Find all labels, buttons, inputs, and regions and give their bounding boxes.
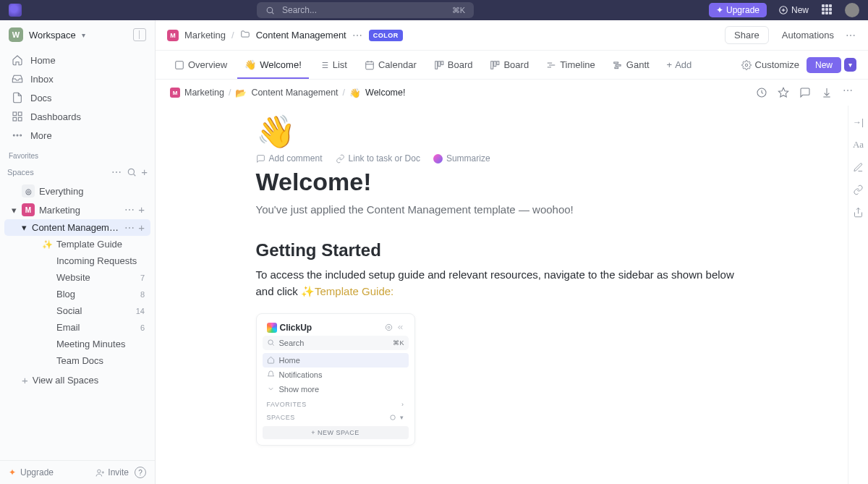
folder-emoji-icon: 📂	[235, 88, 247, 98]
edit-icon[interactable]	[853, 162, 864, 173]
tab-overview[interactable]: Overview	[167, 51, 234, 79]
tree-item[interactable]: •Social14	[4, 302, 150, 319]
link-icon[interactable]	[853, 184, 864, 195]
doc-crumb-folder[interactable]: Content Management	[251, 88, 338, 98]
tree-item[interactable]: •Email6	[4, 319, 150, 336]
download-icon[interactable]	[821, 87, 833, 98]
chevron-down-icon[interactable]: ▾	[10, 205, 17, 216]
cm-more-icon[interactable]: ⋯	[124, 224, 135, 232]
svg-point-10	[17, 135, 18, 136]
list-item-label: Template Guide	[56, 239, 145, 250]
typography-icon[interactable]: Aa	[853, 139, 864, 150]
add-view-button[interactable]: +Add	[660, 59, 699, 70]
embed-search: Search⌘K	[263, 336, 409, 350]
customize-button[interactable]: Customize	[741, 59, 799, 70]
marketing-more-icon[interactable]: ⋯	[124, 206, 135, 213]
nav-more[interactable]: More	[4, 126, 150, 145]
chevron-down-icon[interactable]: ▾	[20, 222, 27, 233]
tree-item[interactable]: •Meeting Minutes	[4, 336, 150, 352]
embed-home: Home	[263, 353, 409, 368]
upgrade-button[interactable]: ✦ Upgrade	[709, 3, 767, 17]
home-icon	[267, 356, 275, 364]
new-dropdown[interactable]: ▾	[844, 58, 856, 72]
doc-title[interactable]: Welcome!	[256, 168, 748, 196]
crumb-more-icon[interactable]: ⋯	[352, 32, 363, 39]
doc-emoji[interactable]: 👋	[256, 113, 748, 150]
invite-button[interactable]: Invite	[95, 467, 129, 477]
spaces-add-icon[interactable]: +	[141, 169, 148, 176]
doc-heading-getting-started[interactable]: Getting Started	[256, 240, 748, 260]
automations-button[interactable]: Automations	[782, 30, 834, 41]
tab-gantt[interactable]: Gantt	[605, 51, 657, 79]
tree-item[interactable]: •Blog8	[4, 286, 150, 302]
collapse-rail-icon[interactable]: →|	[853, 117, 864, 127]
new-button-top[interactable]: New	[778, 5, 809, 15]
tree-everything[interactable]: ◎ Everything	[4, 182, 150, 200]
new-button[interactable]: New	[807, 57, 841, 73]
tree-item[interactable]: •Team Docs	[4, 352, 150, 369]
new-label-top: New	[791, 5, 809, 15]
crumb-marketing[interactable]: Marketing	[184, 30, 226, 41]
summarize-action[interactable]: Summarize	[433, 153, 490, 164]
header-more-icon[interactable]: ⋯	[846, 32, 856, 39]
comment-icon[interactable]	[799, 87, 811, 98]
doc-crumb-marketing[interactable]: Marketing	[184, 88, 224, 98]
document-body: Add page 👋 Add comment Link to task or D…	[242, 106, 762, 475]
cm-add-icon[interactable]: +	[138, 224, 145, 232]
marketing-add-icon[interactable]: +	[138, 206, 145, 213]
global-search[interactable]: Search... ⌘K	[257, 2, 474, 18]
spaces-more-icon[interactable]: ⋯	[111, 169, 122, 176]
tree-item[interactable]: •Incoming Requests	[4, 252, 150, 269]
calendar-icon	[365, 60, 375, 70]
tab-timeline[interactable]: Timeline	[539, 51, 603, 79]
list-item-label: Incoming Requests	[56, 255, 145, 266]
workspace-switcher[interactable]: W Workspace ▾	[0, 20, 155, 49]
link-task-action[interactable]: Link to task or Doc	[336, 153, 420, 164]
nav-docs[interactable]: Docs	[4, 88, 150, 107]
avatar[interactable]	[845, 3, 859, 17]
dashboards-icon	[12, 111, 23, 122]
tab-board1[interactable]: Board	[427, 51, 480, 79]
color-badge[interactable]: COLOR	[369, 30, 403, 41]
timeline-icon	[546, 60, 556, 70]
share-button[interactable]: Share	[725, 26, 769, 44]
everything-icon: ◎	[22, 184, 35, 198]
crumb-folder[interactable]: Content Management	[256, 30, 346, 41]
spaces-search-icon[interactable]	[127, 167, 137, 177]
history-icon[interactable]	[756, 87, 767, 98]
tab-list-label: List	[333, 59, 347, 70]
workspace-name: Workspace	[29, 30, 76, 41]
list-icon	[319, 60, 329, 70]
doc-crumb-page[interactable]: Welcome!	[365, 88, 405, 98]
help-icon[interactable]: ?	[135, 467, 146, 478]
svg-point-14	[98, 470, 101, 472]
nav-home[interactable]: Home	[4, 51, 150, 69]
doc-subtitle[interactable]: You've just applied the Content Manageme…	[256, 203, 748, 216]
nav-dashboards[interactable]: Dashboards	[4, 107, 150, 126]
doc-paragraph[interactable]: To access the included setup guide and r…	[256, 266, 748, 300]
view-all-spaces[interactable]: + View all Spaces	[4, 372, 150, 389]
star-icon[interactable]	[778, 87, 789, 98]
template-guide-link[interactable]: Template Guide:	[315, 285, 393, 297]
share-icon[interactable]	[853, 207, 864, 218]
apps-grid-icon[interactable]	[822, 4, 833, 16]
tab-board2[interactable]: Board	[482, 51, 536, 79]
tree-marketing[interactable]: ▾ M Marketing ⋯+	[4, 200, 150, 219]
tab-welcome[interactable]: 👋Welcome!	[237, 51, 309, 79]
tab-list[interactable]: List	[312, 51, 354, 79]
tab-calendar[interactable]: Calendar	[357, 51, 424, 79]
tree-content-management[interactable]: ▾ Content Management ⋯+	[4, 219, 150, 236]
panel-toggle-icon[interactable]	[133, 28, 146, 41]
add-comment-action[interactable]: Add comment	[256, 153, 323, 164]
doc-breadcrumb: M Marketing / 📂 Content Management / 👋 W…	[156, 80, 868, 106]
footer-upgrade[interactable]: Upgrade	[20, 467, 54, 477]
nav-inbox[interactable]: Inbox	[4, 69, 150, 88]
tab-board1-label: Board	[448, 59, 473, 70]
doc-more-icon[interactable]: ⋯	[843, 87, 854, 98]
tree-item[interactable]: ✨Template Guide	[4, 236, 150, 252]
tree-item[interactable]: •Website7	[4, 269, 150, 286]
embed-notifications: Notifications	[263, 368, 409, 382]
embed-showmore: Show more	[263, 382, 409, 396]
link-task-label: Link to task or Doc	[349, 153, 420, 164]
favorites-header[interactable]: Favorites	[0, 146, 155, 163]
